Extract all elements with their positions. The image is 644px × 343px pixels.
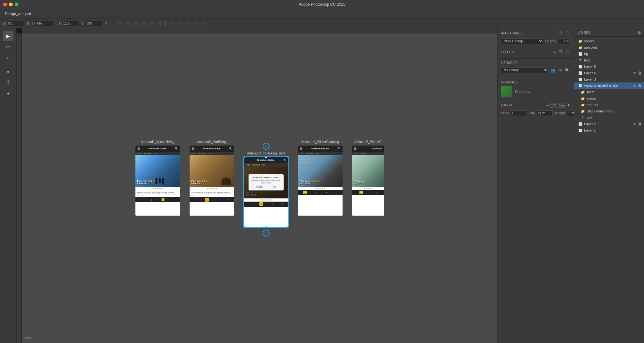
align-left-btn[interactable]: ⬛: [116, 20, 123, 27]
eyedropper-tool[interactable]: ✦: [3, 89, 13, 99]
transform-y-group: Y: [82, 21, 102, 26]
alert-cancel-btn[interactable]: CANCEL: [256, 186, 263, 188]
layer-2[interactable]: ⬜ Layer 2 👁 🔒: [574, 121, 644, 127]
canvas-area[interactable]: Artboard1_WinterHiking ☰ Adventure Guide…: [22, 33, 497, 343]
align-bottom-btn[interactable]: ⬛: [156, 20, 163, 27]
align-center-h-btn[interactable]: ⬛: [124, 20, 131, 27]
scale-label: Scale: [501, 111, 509, 115]
export-header: EXPORT + CSS help ⬇: [501, 103, 571, 108]
appearance-copy-btn[interactable]: ❐: [558, 31, 563, 36]
ab3-nav: FOOD WEATHER TIPS: [244, 163, 288, 167]
layer-4[interactable]: ⬜ Layer 4 👁 🔒: [574, 70, 644, 76]
library-select[interactable]: My Library Adobe Stock: [501, 67, 548, 73]
layer5-label: Layer 5: [584, 65, 596, 68]
export-download-btn[interactable]: ⬇: [566, 103, 571, 108]
window-title: Adobe Photoshop CC 2015: [299, 2, 345, 7]
handle-br[interactable]: [287, 226, 288, 227]
align-top-btn[interactable]: ⬛: [140, 20, 147, 27]
layer-1[interactable]: ⬜ Layer 1: [574, 127, 644, 133]
distribute-h-btn[interactable]: ⬛: [168, 20, 175, 27]
layer-3[interactable]: ⬜ Layer 3: [574, 76, 644, 82]
handle-bl[interactable]: [244, 226, 245, 227]
add-artboard-top-btn[interactable]: +: [263, 143, 270, 150]
height-input[interactable]: [36, 21, 53, 26]
library-search-btn[interactable]: 🔍: [564, 68, 571, 73]
layer-bg[interactable]: ⬜ bg: [574, 51, 644, 57]
scale-input[interactable]: [510, 111, 526, 116]
effects-copy-btn[interactable]: ❐: [558, 50, 563, 54]
pen-tool[interactable]: ✒: [3, 67, 13, 77]
library-share-btn[interactable]: ✉: [558, 68, 563, 73]
align-right-btn[interactable]: ⬛: [132, 20, 139, 27]
layers-title: LAYERS: [577, 31, 591, 34]
layer-alert[interactable]: 📁 Alert: [574, 89, 644, 95]
artboard3-eye[interactable]: 👁: [633, 84, 636, 88]
ellipse-select-tool[interactable]: ○: [3, 53, 13, 63]
layers-list: 📁 snorkel 📁 selected ⬜ bg: [574, 37, 644, 343]
add-export-btn[interactable]: +: [546, 103, 549, 108]
alert-ok-btn[interactable]: OK: [273, 186, 276, 188]
text-tool[interactable]: T: [3, 78, 13, 88]
width-input[interactable]: [6, 21, 24, 26]
layer-text2[interactable]: T text: [574, 114, 644, 121]
flip-h-btn[interactable]: ⬛: [192, 20, 199, 27]
geometry-name: Geometry: [515, 90, 530, 94]
format-select[interactable]: PNG JPG SVG: [567, 110, 574, 116]
layer4-lock[interactable]: 🔒: [638, 71, 641, 75]
y-input[interactable]: [85, 21, 102, 26]
move-tool[interactable]: ▶: [3, 31, 13, 41]
layer2-eye[interactable]: 👁: [633, 122, 636, 126]
distribute-spacing-btn[interactable]: ⬛: [184, 20, 191, 27]
layer-swiper[interactable]: 📁 swiper: [574, 95, 644, 102]
alert-buttons: CANCEL OK: [251, 186, 281, 188]
effects-paste-btn[interactable]: ⬛: [564, 50, 571, 54]
layer2-lock[interactable]: 🔒: [638, 122, 641, 125]
rotate-icon[interactable]: ↺: [105, 22, 107, 25]
library-people-btn[interactable]: 👥: [550, 68, 556, 73]
artboard3-lock[interactable]: 🔒: [638, 84, 641, 87]
distribute-v-btn[interactable]: ⬛: [176, 20, 183, 27]
export-help-btn[interactable]: help: [558, 103, 566, 108]
handle-tm[interactable]: [265, 157, 267, 158]
effects-header: EFFECTS + ❐ ⬛: [501, 50, 571, 54]
link-wh-icon[interactable]: ⛓: [26, 22, 30, 25]
handle-tr[interactable]: [287, 157, 288, 158]
add-artboard-bottom-btn[interactable]: +: [263, 230, 270, 237]
layers-options-icon[interactable]: ☰: [638, 31, 641, 34]
handle-bm[interactable]: [265, 226, 267, 227]
app-container: Design_web.psd W ⛓ H X Y ↺: [0, 9, 644, 343]
export-css-btn[interactable]: CSS: [549, 103, 558, 108]
artboard-2[interactable]: ☰ Adventure Guide 🔍 FOOD WEATHER TIPS: [190, 146, 234, 216]
suffix-input[interactable]: [537, 111, 553, 116]
handle-tl[interactable]: [244, 157, 245, 158]
blend-mode-select[interactable]: Pass Through: [501, 38, 543, 44]
layer-artboard3[interactable]: ⬜ Artboard3_mtnBiking_alert 👁 🔒: [574, 82, 644, 89]
align-center-v-btn[interactable]: ⬛: [148, 20, 155, 27]
document-tab[interactable]: Design_web.psd: [5, 12, 31, 16]
close-button[interactable]: [3, 3, 7, 6]
flip-v-btn[interactable]: ⬛: [200, 20, 207, 27]
layer-snorkel[interactable]: 📁 snorkel: [574, 38, 644, 44]
layer-blackmain[interactable]: 📁 Black main menu: [574, 108, 644, 114]
x-input[interactable]: [62, 21, 79, 26]
layer-text1[interactable]: T text: [574, 57, 644, 63]
add-effect-btn[interactable]: +: [553, 50, 557, 54]
graphics-item: Geometry: [501, 86, 571, 97]
minimize-button[interactable]: [9, 3, 13, 6]
artboard-5[interactable]: ☰ Adventur FOOD WEATH: [352, 146, 384, 216]
artboard-3[interactable]: ☰ Adventure Guide 🔍 FOOD WEATHER TIPS: [244, 157, 288, 227]
layer-selected[interactable]: 📁 selected: [574, 44, 644, 51]
rectangle-select-tool[interactable]: ▭: [3, 42, 13, 52]
maximize-button[interactable]: [15, 3, 18, 6]
layer4-eye[interactable]: 👁: [633, 71, 636, 75]
swiper-label: swiper: [587, 96, 597, 100]
appearance-paste-btn[interactable]: ⬛: [564, 31, 571, 36]
artboard-4[interactable]: ☰ Adventure Guide 🔍 FOOD WEATHER TIPS: [298, 146, 343, 216]
library-select-row: My Library Adobe Stock 👥 ✉ 🔍: [501, 67, 571, 73]
layer-topnav[interactable]: 📁 top nav: [574, 102, 644, 108]
ab3-weather: WEATHER: [252, 164, 260, 166]
layer-5[interactable]: ⬜ Layer 5: [574, 63, 644, 70]
artboard-1[interactable]: ☰ Adventure Guide 🔍 FOOD WEATHER TIPS: [135, 146, 180, 216]
layers-panel: LAYERS ☰ 📁 snorkel 📁 selected: [574, 28, 644, 343]
opacity-input[interactable]: [558, 39, 571, 44]
